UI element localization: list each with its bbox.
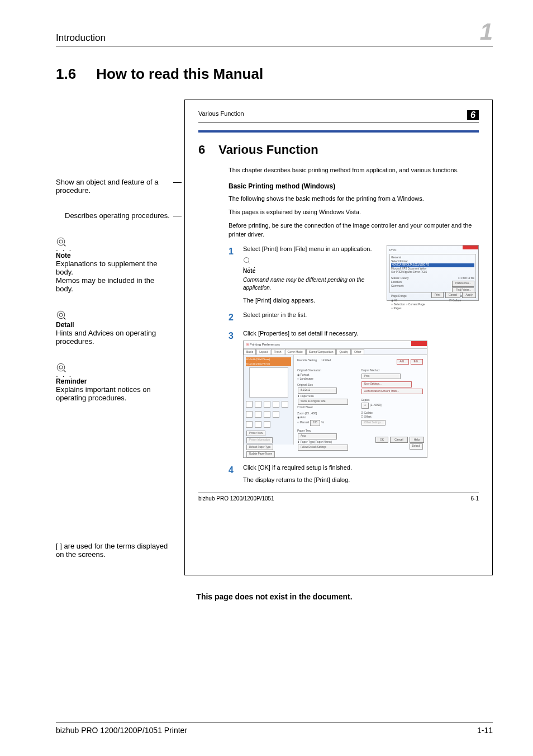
step-text: Select [Print] from [File] menu in an ap…	[243, 245, 379, 253]
collate-checkbox[interactable]: Collate	[364, 411, 373, 414]
copies-label: Copies	[361, 398, 423, 402]
view-icon[interactable]	[255, 421, 261, 428]
zoom-value[interactable]: 100	[310, 420, 320, 426]
svg-point-1	[59, 240, 63, 243]
add-button[interactable]: Add...	[397, 359, 409, 365]
page-range-label: Page Range	[391, 294, 425, 298]
offset-settings-button[interactable]: Offset Settings...	[361, 420, 386, 426]
pages-radio[interactable]: Pages:	[393, 306, 402, 310]
view-icon[interactable]	[264, 401, 270, 408]
not-exist-note: This page does not exist in the document…	[56, 592, 493, 601]
printer-view-button[interactable]: Printer View	[246, 431, 265, 437]
default-button[interactable]: Default	[410, 443, 423, 450]
comment-label: Comment:	[391, 284, 404, 287]
example-chapter-badge: 6	[467, 110, 479, 120]
landscape-radio[interactable]: Landscape	[299, 377, 313, 380]
current-page-radio[interactable]: Current Page	[408, 303, 425, 306]
user-settings-button[interactable]: User Settings...	[361, 381, 412, 388]
detail-icon	[56, 310, 66, 320]
tab-cover[interactable]: Cover Mode	[285, 349, 306, 355]
view-icon[interactable]	[273, 401, 279, 408]
view-icon[interactable]	[246, 411, 253, 418]
output-method-value[interactable]: Print	[361, 374, 401, 380]
preferences-button[interactable]: Preferences...	[452, 281, 474, 287]
paper-tray-label: Paper Tray	[297, 429, 351, 433]
section-title-text: How to read this Manual	[96, 65, 263, 82]
view-icon[interactable]	[246, 421, 253, 428]
section-number: 1.6	[56, 65, 76, 83]
zoom-auto-radio[interactable]: Auto	[300, 415, 306, 419]
view-icon[interactable]	[246, 401, 253, 408]
svg-line-5	[64, 318, 65, 319]
cancel-button[interactable]: Cancel	[390, 437, 408, 443]
location-label: Location:	[391, 280, 402, 284]
callout-reminder: . . . Reminder Explains important notice…	[56, 362, 173, 402]
reminder-dots: . . .	[56, 372, 173, 376]
tab-quality[interactable]: Quality	[336, 349, 351, 355]
full-bleed-checkbox[interactable]: Full Bleed	[300, 405, 312, 409]
cancel-button[interactable]: Cancel	[445, 292, 461, 298]
note-label: Note	[56, 252, 173, 259]
sidebar-size-2: 8.1/2x11 (215x279 mm)	[246, 362, 291, 366]
step-number: 1	[229, 245, 236, 305]
sidebar-size-1: 8.1/2x11 (215x279 mm)	[246, 357, 291, 362]
paper-tray-value[interactable]: Auto	[298, 433, 337, 440]
paper-type-value[interactable]: Follow Default Settings	[298, 445, 348, 451]
step-number: 4	[229, 464, 236, 485]
help-button[interactable]: Help	[410, 437, 424, 443]
output-method-label: Output Method	[361, 368, 423, 372]
view-icon[interactable]	[255, 401, 261, 408]
example-footer-right: 6-1	[471, 495, 479, 502]
example-chapter-num: 6	[198, 143, 205, 157]
orig-size-value[interactable]: 8.1/2x11	[298, 388, 337, 394]
view-icon[interactable]	[264, 421, 270, 428]
example-subheading: Basic Printing method (Windows)	[229, 182, 479, 191]
apply-button[interactable]: Apply	[462, 292, 476, 298]
step-4: 4 Click [OK] if a required setup is fini…	[229, 464, 479, 485]
selection-radio[interactable]: Selection	[393, 303, 405, 306]
view-icon[interactable]	[264, 411, 270, 418]
paper-preview	[249, 367, 288, 398]
view-icon[interactable]	[282, 401, 288, 408]
callout-text: Hints and Advices on operating procedure…	[56, 329, 156, 346]
edit-button[interactable]: Edit...	[411, 359, 423, 365]
update-paper-button[interactable]: Update Paper Name	[246, 451, 275, 457]
view-icon[interactable]	[255, 411, 261, 418]
zoom-manual-radio[interactable]: Manual	[299, 420, 308, 424]
tab-finish[interactable]: Finish	[271, 349, 284, 355]
printer-item[interactable]: Our PREMAppMax Driver PCL6	[391, 271, 474, 275]
svg-point-3	[57, 311, 65, 319]
printer-info-button[interactable]: Printer Information	[246, 437, 273, 443]
offset-checkbox[interactable]: Offset	[364, 415, 371, 418]
copies-input[interactable]: 1	[361, 403, 369, 409]
default-paper-button[interactable]: Default Paper Type	[246, 445, 273, 451]
orig-size-label: Original Size	[297, 383, 351, 387]
collate-checkbox[interactable]: Collate	[453, 299, 461, 302]
print-to-file-checkbox[interactable]: Print to file	[461, 276, 474, 280]
callout-text: Explains important notices on operating …	[56, 385, 151, 402]
tab-bar: Basic Layout Finish Cover Mode Stamp/Com…	[244, 349, 427, 355]
tab-layout[interactable]: Layout	[256, 349, 270, 355]
step-2: 2 Select printer in the list.	[229, 311, 479, 324]
view-icon[interactable]	[273, 411, 279, 418]
portrait-radio[interactable]: Portrait	[300, 373, 309, 376]
page-header: Introduction 1	[56, 20, 493, 46]
callout-text: Describes operating procedures.	[65, 211, 170, 220]
step-text: Click [OK] if a required setup is finish…	[243, 464, 479, 472]
tab-basic[interactable]: Basic	[244, 349, 256, 355]
ok-button[interactable]: OK	[375, 437, 388, 443]
step-3: 3 Click [Properties] to set detail if ne…	[229, 329, 479, 458]
step-text: Click [Properties] to set detail if nece…	[243, 329, 479, 338]
print-button[interactable]: Print	[431, 292, 444, 298]
page-footer: bizhub PRO 1200/1200P/1051 Printer 1-11	[56, 722, 493, 735]
auth-track-button[interactable]: Authentication/Account Track...	[361, 389, 423, 395]
tab-stamp[interactable]: Stamp/Composition	[306, 349, 336, 355]
orientation-label: Original Orientation	[297, 368, 351, 372]
svg-point-9	[244, 258, 249, 263]
favorite-value[interactable]: Untitled	[321, 358, 331, 362]
tab-other[interactable]: Other	[351, 349, 364, 355]
all-radio[interactable]: All	[394, 299, 397, 302]
inline-note-label: Note	[243, 267, 379, 275]
paper-type-label: Paper Type(Paper Name)	[300, 440, 332, 443]
paper-size-value[interactable]: Same as Original Size	[298, 399, 348, 405]
